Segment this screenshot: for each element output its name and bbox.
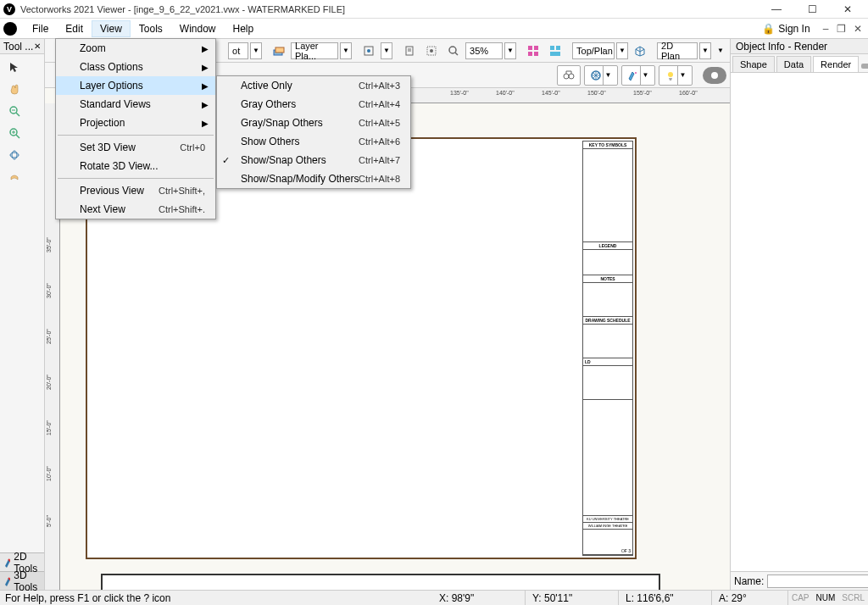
menu-next-view[interactable]: Next ViewCtrl+Shift+. [56, 200, 215, 219]
view-cube-icon[interactable] [630, 42, 650, 60]
view-select-dd[interactable]: ▼ [616, 42, 628, 59]
menu-help[interactable]: Help [225, 20, 263, 37]
svg-rect-22 [550, 46, 554, 50]
submenu-gray-snap-others[interactable]: Gray/Snap OthersCtrl+Alt+5 [217, 114, 410, 132]
menu-label: Layer Options [80, 80, 143, 92]
menu-rotate-3d-view[interactable]: Rotate 3D View... [56, 157, 215, 175]
svg-point-25 [564, 74, 569, 79]
search-binoculars-icon[interactable] [557, 65, 581, 86]
tools-2d-icon [3, 558, 10, 568]
submenu-show-snap-modify-others[interactable]: Show/Snap/Modify OthersCtrl+Alt+8 [217, 169, 410, 188]
fit-page-icon[interactable] [399, 42, 420, 60]
pan-tool[interactable] [2, 78, 27, 100]
menu-standard-views[interactable]: Standard Views▶ [56, 95, 215, 114]
scroll-indicator: SCRL [838, 593, 868, 602]
menu-previous-view[interactable]: Previous ViewCtrl+Shift+, [56, 181, 215, 200]
walkthrough-tool[interactable] [2, 166, 27, 188]
svg-rect-21 [534, 52, 538, 56]
menu-view[interactable]: View [92, 20, 131, 37]
ruler-tick: 150'-0" [587, 90, 606, 96]
tool-panel-close[interactable]: ✕ [34, 42, 41, 51]
submenu-arrow-icon: ▶ [202, 63, 209, 72]
shortcut-label: Ctrl+Alt+3 [359, 80, 400, 91]
saved-view-icon[interactable] [359, 42, 379, 60]
zoom-dd[interactable]: ▼ [504, 42, 516, 59]
close-button[interactable]: ✕ [831, 1, 865, 18]
shortcut-label: Ctrl+Alt+8 [359, 174, 400, 184]
menu-file[interactable]: File [24, 20, 57, 37]
menu-class-options[interactable]: Class Options▶ [56, 58, 215, 76]
mdi-close[interactable]: ✕ [851, 23, 865, 35]
tab-3d-tools[interactable]: 3D Tools [0, 571, 44, 590]
object-info-title: Object Info - Render [736, 41, 827, 53]
tab-data[interactable]: Data [776, 56, 811, 72]
window-title: Vectorworks 2021 Viewer - [inge_9_6_22_v… [20, 4, 760, 14]
zoom-in-tool[interactable] [2, 122, 27, 144]
submenu-show-others[interactable]: Show OthersCtrl+Alt+6 [217, 132, 410, 151]
ku-label: KU UNIVERSITY THEATRE [583, 516, 632, 523]
tab-shape[interactable]: Shape [732, 56, 775, 72]
submenu-active-only[interactable]: Active OnlyCtrl+Alt+3 [217, 76, 410, 95]
submenu-show-snap-others[interactable]: ✓Show/Snap OthersCtrl+Alt+7 [217, 151, 410, 169]
menu-edit[interactable]: Edit [57, 20, 92, 37]
light-tool[interactable]: ▼ [659, 65, 693, 86]
visibility-tool[interactable]: ▼ [584, 65, 618, 86]
menu-set-3d-view[interactable]: Set 3D ViewCtrl+0 [56, 138, 215, 157]
record-button[interactable] [703, 67, 726, 84]
legend-header: LEGEND [583, 242, 632, 250]
render-select-dd[interactable]: ▼ [699, 42, 711, 59]
tab-render[interactable]: Render [813, 56, 859, 72]
svg-line-17 [455, 53, 458, 55]
menu-zoom[interactable]: Zoom▶ [56, 39, 215, 58]
shortcut-label: Ctrl+Alt+6 [359, 136, 400, 147]
menu-window[interactable]: Window [171, 20, 225, 37]
layer-select[interactable]: Layer Pla... [291, 42, 338, 59]
menu-label: Gray/Snap Others [241, 117, 323, 129]
layer-options-submenu: Active OnlyCtrl+Alt+3 Gray OthersCtrl+Al… [216, 75, 411, 189]
minimize-button[interactable]: — [760, 1, 793, 18]
status-y: Y: 50'11" [526, 591, 619, 605]
menu-layer-options[interactable]: Layer Options▶ [56, 76, 215, 95]
mdi-restore[interactable]: ❐ [834, 23, 849, 35]
menu-tools[interactable]: Tools [131, 20, 171, 37]
toolbar-overflow[interactable]: ▼ [715, 42, 726, 59]
fit-objects-icon[interactable] [421, 42, 442, 60]
layers-icon[interactable] [269, 42, 289, 60]
tool-panel-header: Tool ... ✕ [0, 39, 44, 54]
sign-in-label: Sign In [778, 23, 810, 35]
ruler-tick: 15'-0" [46, 420, 52, 436]
shortcut-label: Ctrl+Alt+5 [359, 118, 400, 128]
layer-dd[interactable]: ▼ [340, 42, 352, 59]
sign-in-button[interactable]: 🔒 Sign In [755, 21, 816, 36]
shortcut-label: Ctrl+0 [180, 142, 205, 153]
menu-projection[interactable]: Projection▶ [56, 114, 215, 132]
submenu-arrow-icon: ▶ [202, 119, 209, 128]
saved-view-dd[interactable]: ▼ [381, 42, 392, 59]
ld-content [583, 366, 632, 400]
zoom-value[interactable]: 35% [465, 42, 503, 59]
render-select[interactable]: 2D Plan [657, 42, 698, 59]
zoom-loupe-icon[interactable] [443, 42, 464, 60]
symbols-content [583, 149, 632, 242]
checkmark-icon: ✓ [222, 155, 230, 166]
multiview-icon[interactable] [523, 42, 543, 60]
title-block: KEY TO SYMBOLS LEGEND NOTES DRAWING SCHE… [582, 141, 633, 556]
render-tool[interactable]: ▼ [621, 65, 655, 86]
submenu-gray-others[interactable]: Gray OthersCtrl+Alt+4 [217, 95, 410, 114]
unified-view-icon[interactable] [545, 42, 565, 60]
class-short-sel[interactable]: ot [228, 42, 248, 59]
svg-rect-10 [275, 47, 284, 53]
mdi-minimize[interactable]: – [821, 23, 832, 35]
flyover-tool[interactable] [2, 144, 27, 166]
schedule-content [583, 325, 632, 358]
view-select[interactable]: Top/Plan [572, 42, 615, 59]
status-a: A: 29° [712, 591, 788, 605]
notes-header: NOTES [583, 275, 632, 283]
menu-bar: File Edit View Tools Window Help 🔒 Sign … [0, 19, 868, 39]
selection-tool[interactable] [2, 56, 27, 78]
zoom-out-tool[interactable] [2, 100, 27, 122]
name-input[interactable] [767, 574, 868, 588]
panel-undock-icon[interactable] [859, 60, 868, 72]
class-short-dd[interactable]: ▼ [250, 42, 262, 59]
maximize-button[interactable]: ☐ [795, 1, 829, 18]
